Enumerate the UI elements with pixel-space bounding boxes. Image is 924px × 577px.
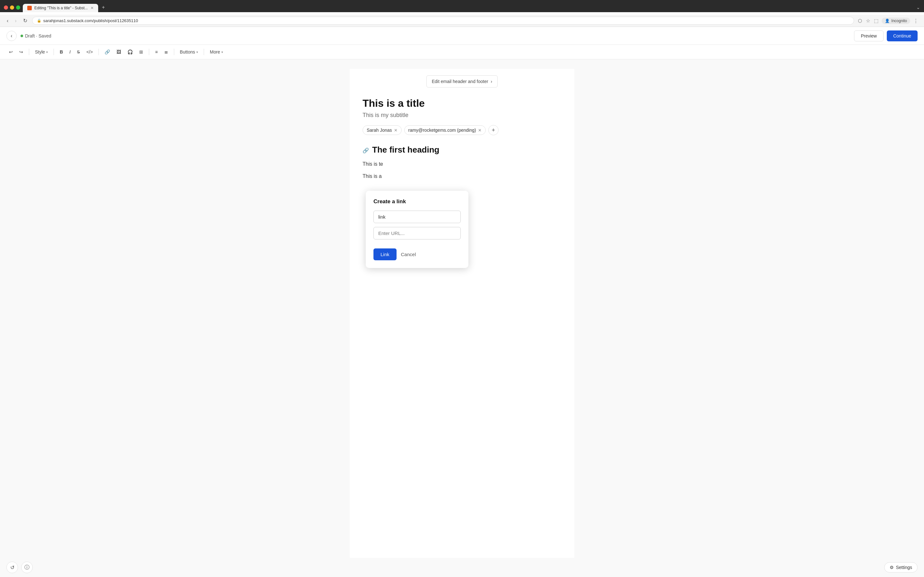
nav-forward-button[interactable]: ›: [13, 17, 18, 24]
italic-button[interactable]: I: [67, 47, 73, 56]
link-text-input[interactable]: [373, 211, 461, 223]
link-submit-button[interactable]: Link: [373, 248, 397, 260]
redo-button[interactable]: ↪: [17, 47, 26, 56]
create-link-dialog: Create a link Link Cancel: [366, 191, 468, 268]
toolbar-separator-4: [149, 49, 149, 55]
create-link-dialog-overlay: Create a link Link Cancel: [366, 191, 468, 268]
history-icon: ↺: [10, 564, 15, 571]
body-text-1[interactable]: This is te: [363, 160, 561, 168]
link-button[interactable]: 🔗: [102, 47, 113, 56]
info-icon: ⓘ: [24, 564, 29, 571]
add-author-button[interactable]: +: [488, 125, 499, 135]
browser-expand: ⌄: [916, 5, 920, 10]
remove-author2-button[interactable]: ✕: [478, 128, 481, 133]
status-dot: [21, 35, 23, 37]
image-button[interactable]: 🖼: [114, 47, 124, 56]
back-button[interactable]: ‹: [6, 31, 17, 41]
lock-icon: 🔒: [37, 19, 41, 23]
style-chevron-icon: ▾: [46, 50, 48, 54]
author2-name: ramy@rocketgems.com (pending): [409, 127, 476, 133]
more-dropdown[interactable]: More ▾: [207, 48, 226, 56]
email-header-bar: Edit email header and footer ›: [363, 69, 561, 91]
more-label: More: [210, 49, 220, 55]
draft-status-label: Draft · Saved: [25, 33, 51, 39]
author-tag-ramy: ramy@rocketgems.com (pending) ✕: [404, 125, 486, 135]
heading-link-icon: 🔗: [363, 147, 369, 153]
tab-favicon: [27, 6, 32, 10]
numbered-list-button[interactable]: ≣: [162, 47, 171, 56]
cancel-button[interactable]: Cancel: [401, 251, 416, 257]
address-bar: ‹ › ↻ 🔒 sarahjonas1.substack.com/publish…: [0, 15, 924, 27]
tab-title: Editing "This is a title" - Subst...: [34, 6, 88, 10]
author1-name: Sarah Jonas: [367, 127, 392, 133]
preview-button[interactable]: Preview: [854, 31, 884, 41]
dialog-title: Create a link: [373, 198, 461, 205]
tab-close-button[interactable]: ✕: [90, 6, 94, 10]
settings-icon: ⚙: [890, 565, 894, 570]
author-tags: Sarah Jonas ✕ ramy@rocketgems.com (pendi…: [363, 125, 561, 135]
post-subtitle[interactable]: This is my subtitle: [363, 112, 561, 119]
tabs-bar: Editing "This is a title" - Subst... ✕ +: [23, 3, 108, 12]
browser-actions: ⬡ ☆ ⬚ 👤 Incognito ⋮: [857, 17, 919, 24]
nav-refresh-button[interactable]: ↻: [21, 17, 29, 24]
traffic-light-red[interactable]: [4, 5, 8, 10]
heading-area: 🔗 The first heading: [363, 145, 561, 155]
audio-button[interactable]: 🎧: [125, 47, 136, 56]
incognito-badge: 👤 Incognito: [882, 18, 910, 24]
settings-button[interactable]: ⚙ Settings: [884, 562, 918, 572]
cast-icon[interactable]: ⬡: [857, 17, 863, 24]
edit-email-header-label: Edit email header and footer: [432, 79, 488, 84]
toolbar-separator-2: [53, 49, 54, 55]
buttons-chevron-icon: ▾: [196, 50, 198, 54]
traffic-light-green[interactable]: [16, 5, 20, 10]
undo-button[interactable]: ↩: [6, 47, 15, 56]
style-dropdown[interactable]: Style ▾: [32, 48, 50, 56]
address-field[interactable]: 🔒 sarahjonas1.substack.com/publish/post/…: [32, 17, 855, 25]
url-input[interactable]: [373, 227, 461, 239]
bookmark-icon[interactable]: ☆: [865, 17, 871, 24]
embed-button[interactable]: ⊞: [137, 47, 145, 56]
address-text: sarahjonas1.substack.com/publish/post/11…: [43, 18, 138, 23]
browser-chrome: Editing "This is a title" - Subst... ✕ +…: [0, 0, 924, 12]
draft-status: Draft · Saved: [21, 33, 51, 39]
bullet-list-button[interactable]: ≡: [152, 47, 160, 56]
toolbar: ↩ ↪ Style ▾ B I S̶ </> 🔗 🖼 🎧 ⊞ ≡ ≣ Butto…: [0, 45, 924, 59]
author-tag-sarah: Sarah Jonas ✕: [363, 125, 402, 135]
edit-email-header-button[interactable]: Edit email header and footer ›: [426, 75, 498, 87]
bold-button[interactable]: B: [57, 47, 65, 56]
nav-back-button[interactable]: ‹: [5, 17, 10, 24]
new-tab-button[interactable]: +: [99, 3, 108, 12]
toolbar-separator-3: [99, 49, 99, 55]
chevron-right-icon: ›: [491, 79, 493, 84]
browser-top-bar: Editing "This is a title" - Subst... ✕ +…: [4, 3, 920, 12]
split-view-icon[interactable]: ⬚: [873, 17, 879, 24]
traffic-light-yellow[interactable]: [10, 5, 14, 10]
strikethrough-button[interactable]: S̶: [74, 47, 82, 56]
settings-label: Settings: [896, 565, 912, 570]
traffic-lights: [4, 5, 20, 10]
toolbar-separator-5: [174, 49, 174, 55]
buttons-dropdown[interactable]: Buttons ▾: [178, 48, 200, 56]
app-header: ‹ Draft · Saved Preview Continue: [0, 27, 924, 45]
main-content: Edit email header and footer › This is a…: [0, 59, 924, 577]
style-label: Style: [35, 49, 45, 55]
incognito-label: Incognito: [891, 19, 907, 23]
editor-container: Edit email header and footer › This is a…: [350, 69, 574, 577]
history-button[interactable]: ↺: [6, 562, 18, 573]
post-title[interactable]: This is a title: [363, 97, 561, 109]
first-heading[interactable]: The first heading: [372, 145, 561, 155]
code-button[interactable]: </>: [84, 47, 95, 56]
remove-author1-button[interactable]: ✕: [394, 128, 397, 133]
active-tab[interactable]: Editing "This is a title" - Subst... ✕: [23, 4, 98, 12]
body-text-2[interactable]: This is a: [363, 172, 561, 181]
bottom-bar: ↺ ⓘ ⚙ Settings: [0, 558, 924, 577]
continue-button[interactable]: Continue: [887, 31, 918, 41]
profile-icon: 👤: [885, 19, 890, 23]
dialog-actions: Link Cancel: [373, 248, 461, 260]
more-chevron-icon: ▾: [221, 50, 223, 54]
browser-menu-button[interactable]: ⋮: [913, 17, 919, 24]
buttons-label: Buttons: [180, 49, 195, 55]
editor-area[interactable]: Edit email header and footer › This is a…: [0, 59, 924, 577]
header-actions: Preview Continue: [854, 31, 918, 41]
info-button[interactable]: ⓘ: [21, 562, 33, 573]
